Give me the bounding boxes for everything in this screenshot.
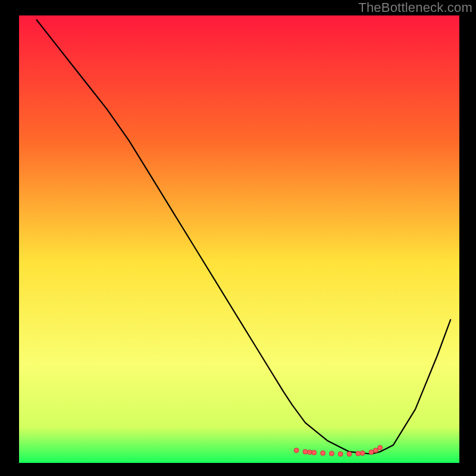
optimal-marker [373, 448, 378, 453]
optimal-marker [347, 452, 352, 456]
optimal-marker [303, 449, 308, 454]
plot-area [19, 15, 459, 463]
optimal-marker [356, 451, 361, 456]
chart-root: TheBottleneck.com [0, 0, 476, 476]
optimal-marker [338, 452, 343, 456]
optimal-marker [294, 448, 299, 453]
optimal-marker [378, 445, 383, 450]
bottleneck-chart [0, 0, 476, 476]
optimal-marker [312, 450, 317, 455]
watermark-label: TheBottleneck.com [358, 0, 472, 15]
optimal-marker [360, 451, 365, 456]
optimal-marker [321, 451, 325, 456]
optimal-marker [329, 451, 334, 456]
optimal-marker [307, 450, 312, 455]
optimal-marker [369, 450, 374, 455]
